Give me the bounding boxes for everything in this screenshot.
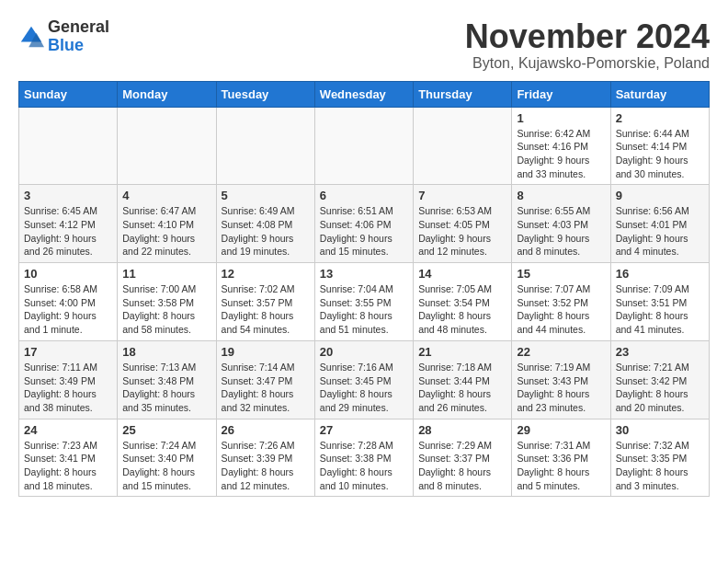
calendar-cell: 23Sunrise: 7:21 AM Sunset: 3:42 PM Dayli… [610, 340, 709, 419]
day-info: Sunrise: 7:23 AM Sunset: 3:41 PM Dayligh… [24, 439, 112, 493]
calendar-cell: 8Sunrise: 6:55 AM Sunset: 4:03 PM Daylig… [512, 185, 610, 263]
day-info: Sunrise: 7:16 AM Sunset: 3:45 PM Dayligh… [320, 361, 408, 415]
day-number: 30 [616, 423, 704, 437]
day-number: 7 [418, 189, 506, 202]
day-number: 17 [24, 345, 112, 359]
day-number: 2 [616, 111, 704, 125]
calendar-cell [314, 107, 413, 185]
day-number: 29 [517, 423, 605, 437]
day-number: 14 [418, 267, 506, 281]
logo: General Blue [18, 18, 109, 55]
day-number: 25 [122, 423, 210, 437]
day-number: 26 [222, 423, 310, 437]
day-info: Sunrise: 7:02 AM Sunset: 3:57 PM Dayligh… [222, 282, 310, 337]
calendar-cell: 14Sunrise: 7:05 AM Sunset: 3:54 PM Dayli… [414, 263, 512, 341]
day-info: Sunrise: 7:18 AM Sunset: 3:44 PM Dayligh… [418, 361, 506, 415]
calendar-cell: 5Sunrise: 6:49 AM Sunset: 4:08 PM Daylig… [216, 185, 314, 263]
day-info: Sunrise: 7:31 AM Sunset: 3:36 PM Dayligh… [517, 439, 605, 493]
day-number: 19 [222, 345, 310, 359]
day-number: 15 [517, 267, 605, 281]
title-area: November 2024 Byton, Kujawsko-Pomorskie,… [465, 18, 710, 72]
header-thursday: Thursday [414, 81, 512, 107]
calendar-cell: 30Sunrise: 7:32 AM Sunset: 3:35 PM Dayli… [610, 419, 709, 497]
calendar-week-3: 17Sunrise: 7:11 AM Sunset: 3:49 PM Dayli… [19, 340, 710, 419]
calendar-cell: 4Sunrise: 6:47 AM Sunset: 4:10 PM Daylig… [118, 185, 216, 263]
day-number: 27 [320, 423, 408, 437]
calendar-cell: 6Sunrise: 6:51 AM Sunset: 4:06 PM Daylig… [314, 185, 413, 263]
day-info: Sunrise: 6:49 AM Sunset: 4:08 PM Dayligh… [222, 204, 310, 259]
day-number: 12 [222, 267, 310, 281]
calendar-cell: 1Sunrise: 6:42 AM Sunset: 4:16 PM Daylig… [512, 107, 610, 185]
day-info: Sunrise: 7:21 AM Sunset: 3:42 PM Dayligh… [616, 361, 704, 415]
day-number: 9 [616, 189, 704, 202]
location-title: Byton, Kujawsko-Pomorskie, Poland [465, 55, 710, 72]
day-info: Sunrise: 7:09 AM Sunset: 3:51 PM Dayligh… [616, 282, 704, 337]
calendar-cell: 13Sunrise: 7:04 AM Sunset: 3:55 PM Dayli… [314, 263, 413, 341]
calendar-cell: 29Sunrise: 7:31 AM Sunset: 3:36 PM Dayli… [512, 419, 610, 497]
day-number: 11 [122, 267, 210, 281]
calendar-cell: 22Sunrise: 7:19 AM Sunset: 3:43 PM Dayli… [512, 340, 610, 419]
calendar-cell: 19Sunrise: 7:14 AM Sunset: 3:47 PM Dayli… [216, 340, 314, 419]
day-number: 16 [616, 267, 704, 281]
calendar-cell: 15Sunrise: 7:07 AM Sunset: 3:52 PM Dayli… [512, 263, 610, 341]
day-info: Sunrise: 6:58 AM Sunset: 4:00 PM Dayligh… [24, 282, 112, 337]
day-info: Sunrise: 7:05 AM Sunset: 3:54 PM Dayligh… [418, 282, 506, 337]
month-title: November 2024 [465, 18, 710, 55]
day-number: 23 [616, 345, 704, 359]
calendar-cell: 17Sunrise: 7:11 AM Sunset: 3:49 PM Dayli… [19, 340, 118, 419]
calendar-cell: 24Sunrise: 7:23 AM Sunset: 3:41 PM Dayli… [19, 419, 118, 497]
day-info: Sunrise: 7:24 AM Sunset: 3:40 PM Dayligh… [122, 439, 210, 493]
calendar-cell: 10Sunrise: 6:58 AM Sunset: 4:00 PM Dayli… [19, 263, 118, 341]
day-number: 8 [517, 189, 605, 202]
header-sunday: Sunday [19, 81, 118, 107]
header-friday: Friday [512, 81, 610, 107]
day-info: Sunrise: 6:45 AM Sunset: 4:12 PM Dayligh… [24, 204, 112, 259]
calendar-cell: 26Sunrise: 7:26 AM Sunset: 3:39 PM Dayli… [216, 419, 314, 497]
header-monday: Monday [118, 81, 216, 107]
day-info: Sunrise: 6:55 AM Sunset: 4:03 PM Dayligh… [517, 204, 605, 259]
day-info: Sunrise: 7:13 AM Sunset: 3:48 PM Dayligh… [122, 361, 210, 415]
calendar-cell: 7Sunrise: 6:53 AM Sunset: 4:05 PM Daylig… [414, 185, 512, 263]
day-number: 3 [24, 189, 112, 202]
calendar-cell: 28Sunrise: 7:29 AM Sunset: 3:37 PM Dayli… [414, 419, 512, 497]
day-info: Sunrise: 7:07 AM Sunset: 3:52 PM Dayligh… [517, 282, 605, 337]
calendar-cell: 25Sunrise: 7:24 AM Sunset: 3:40 PM Dayli… [118, 419, 216, 497]
calendar-cell: 21Sunrise: 7:18 AM Sunset: 3:44 PM Dayli… [414, 340, 512, 419]
logo-icon [18, 24, 44, 50]
calendar-week-0: 1Sunrise: 6:42 AM Sunset: 4:16 PM Daylig… [19, 107, 710, 185]
day-info: Sunrise: 7:28 AM Sunset: 3:38 PM Dayligh… [320, 439, 408, 493]
day-info: Sunrise: 7:14 AM Sunset: 3:47 PM Dayligh… [222, 361, 310, 415]
header: General Blue November 2024 Byton, Kujaws… [18, 18, 710, 72]
day-info: Sunrise: 7:26 AM Sunset: 3:39 PM Dayligh… [222, 439, 310, 493]
day-info: Sunrise: 6:56 AM Sunset: 4:01 PM Dayligh… [616, 204, 704, 259]
day-number: 5 [222, 189, 310, 202]
header-saturday: Saturday [610, 81, 709, 107]
header-wednesday: Wednesday [314, 81, 413, 107]
day-number: 10 [24, 267, 112, 281]
calendar-table: SundayMondayTuesdayWednesdayThursdayFrid… [18, 81, 710, 498]
calendar-cell [414, 107, 512, 185]
day-number: 21 [418, 345, 506, 359]
day-number: 13 [320, 267, 408, 281]
day-number: 28 [418, 423, 506, 437]
day-info: Sunrise: 7:19 AM Sunset: 3:43 PM Dayligh… [517, 361, 605, 415]
calendar-cell: 18Sunrise: 7:13 AM Sunset: 3:48 PM Dayli… [118, 340, 216, 419]
day-info: Sunrise: 6:47 AM Sunset: 4:10 PM Dayligh… [122, 204, 210, 259]
calendar-cell [19, 107, 118, 185]
calendar-cell: 2Sunrise: 6:44 AM Sunset: 4:14 PM Daylig… [610, 107, 709, 185]
calendar-header-row: SundayMondayTuesdayWednesdayThursdayFrid… [19, 81, 710, 107]
day-info: Sunrise: 7:11 AM Sunset: 3:49 PM Dayligh… [24, 361, 112, 415]
logo-blue-text: Blue [48, 37, 109, 55]
day-info: Sunrise: 7:00 AM Sunset: 3:58 PM Dayligh… [122, 282, 210, 337]
calendar-week-1: 3Sunrise: 6:45 AM Sunset: 4:12 PM Daylig… [19, 185, 710, 263]
calendar-cell: 11Sunrise: 7:00 AM Sunset: 3:58 PM Dayli… [118, 263, 216, 341]
day-info: Sunrise: 6:53 AM Sunset: 4:05 PM Dayligh… [418, 204, 506, 259]
day-number: 24 [24, 423, 112, 437]
day-info: Sunrise: 6:42 AM Sunset: 4:16 PM Dayligh… [517, 127, 605, 181]
day-number: 20 [320, 345, 408, 359]
day-number: 4 [122, 189, 210, 202]
day-info: Sunrise: 6:51 AM Sunset: 4:06 PM Dayligh… [320, 204, 408, 259]
day-info: Sunrise: 6:44 AM Sunset: 4:14 PM Dayligh… [616, 127, 704, 181]
day-number: 18 [122, 345, 210, 359]
calendar-cell: 20Sunrise: 7:16 AM Sunset: 3:45 PM Dayli… [314, 340, 413, 419]
